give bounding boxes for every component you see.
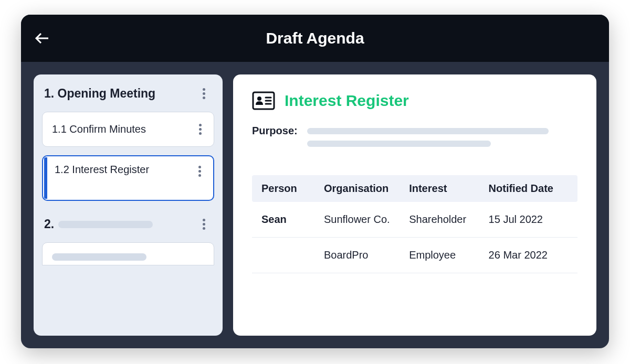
table-row: Sean Sunflower Co. Shareholder 15 Jul 20… bbox=[252, 202, 578, 238]
app-window: Draft Agenda 1. Opening Meeting 1.1 Conf… bbox=[21, 15, 609, 348]
table-header: Person Organisation Interest Notified Da… bbox=[252, 175, 578, 202]
cell-organisation: BoardPro bbox=[324, 249, 409, 261]
item-menu[interactable] bbox=[193, 164, 206, 179]
th-notified-date: Notified Date bbox=[489, 183, 568, 195]
th-organisation: Organisation bbox=[324, 183, 409, 195]
id-card-icon bbox=[252, 91, 275, 110]
cell-interest: Employee bbox=[409, 249, 488, 261]
agenda-item-label: 1.2 Interest Register bbox=[55, 164, 149, 176]
header: Draft Agenda bbox=[21, 15, 609, 62]
cell-person: Sean bbox=[261, 213, 324, 226]
back-button[interactable] bbox=[33, 29, 51, 48]
section-1-title: 1. Opening Meeting bbox=[44, 87, 155, 101]
th-interest: Interest bbox=[409, 183, 488, 195]
purpose-label: Purpose: bbox=[252, 125, 298, 137]
purpose-placeholder bbox=[307, 125, 578, 147]
interest-table: Person Organisation Interest Notified Da… bbox=[252, 175, 578, 273]
arrow-left-icon bbox=[35, 32, 49, 45]
agenda-item-placeholder[interactable] bbox=[42, 242, 214, 265]
agenda-item-label: 1.1 Confirm Minutes bbox=[52, 123, 146, 135]
kebab-icon bbox=[203, 219, 205, 221]
kebab-icon bbox=[199, 124, 202, 126]
section-1-header: 1. Opening Meeting bbox=[42, 84, 214, 103]
section-1-menu[interactable] bbox=[197, 86, 210, 101]
cell-notified-date: 15 Jul 2022 bbox=[489, 213, 568, 226]
cell-person bbox=[261, 249, 324, 261]
kebab-icon bbox=[203, 88, 205, 91]
section-2-menu[interactable] bbox=[197, 217, 210, 232]
placeholder-text bbox=[52, 253, 146, 261]
cell-notified-date: 26 Mar 2022 bbox=[489, 249, 568, 261]
section-2-title: 2. bbox=[44, 217, 153, 231]
th-person: Person bbox=[261, 183, 324, 195]
agenda-item-interest-register[interactable]: 1.2 Interest Register bbox=[42, 155, 214, 201]
purpose-row: Purpose: bbox=[252, 125, 578, 147]
agenda-item-confirm-minutes[interactable]: 1.1 Confirm Minutes bbox=[42, 112, 214, 147]
placeholder-text bbox=[58, 221, 153, 228]
main-panel: Interest Register Purpose: Person Organi… bbox=[233, 74, 596, 336]
svg-point-1 bbox=[257, 97, 261, 101]
agenda-sidebar: 1. Opening Meeting 1.1 Confirm Minutes 1 bbox=[34, 74, 223, 336]
content: 1. Opening Meeting 1.1 Confirm Minutes 1 bbox=[21, 62, 609, 348]
section-2-header: 2. bbox=[42, 215, 214, 234]
placeholder-line bbox=[307, 141, 491, 147]
item-menu[interactable] bbox=[194, 122, 206, 137]
panel-title: Interest Register bbox=[285, 92, 409, 110]
table-row: BoardPro Employee 26 Mar 2022 bbox=[252, 238, 578, 273]
cell-organisation: Sunflower Co. bbox=[324, 213, 409, 226]
cell-interest: Shareholder bbox=[409, 213, 488, 226]
panel-header: Interest Register bbox=[252, 91, 578, 110]
kebab-icon bbox=[198, 166, 201, 168]
page-title: Draft Agenda bbox=[21, 29, 609, 47]
placeholder-line bbox=[307, 128, 549, 134]
